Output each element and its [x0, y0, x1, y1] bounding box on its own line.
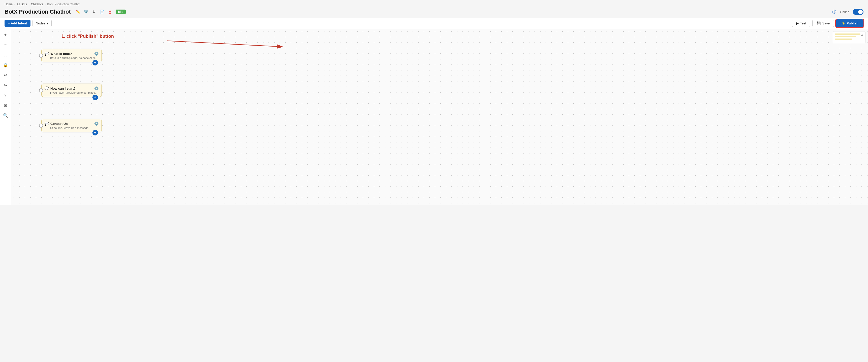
node3-left-connector[interactable] — [39, 124, 43, 128]
node3-add-button[interactable]: + — [92, 130, 98, 135]
test-button[interactable]: ▶ Test — [792, 20, 811, 27]
minimap-collapse-icon[interactable]: ∧ — [861, 33, 863, 36]
breadcrumb: Home › All Bots › Chatbots › BotX Produc… — [0, 0, 868, 7]
save-button[interactable]: 💾 Save — [812, 20, 834, 27]
toolbar: + Add Intent Nodes ▾ ▶ Test 💾 Save ✨ Pub… — [0, 18, 868, 29]
node1-description: BotX is a cutting-edge, no-code AI pl... — [44, 56, 98, 59]
node3-header: 💬 Contact Us ⚙️ — [44, 122, 98, 126]
header-icons: ✏️ ⚙️ ↻ 📄 🗑 Idle — [75, 9, 126, 14]
online-toggle[interactable] — [853, 9, 864, 15]
chevron-down-icon: ▾ — [46, 22, 49, 25]
zoom-out-tool[interactable]: − — [2, 41, 9, 48]
fork-tool[interactable]: ⑂ — [2, 92, 9, 99]
toolbar-right: ▶ Test 💾 Save ✨ Publish — [792, 20, 864, 27]
status-badge: Idle — [116, 9, 126, 14]
chat-icon-3: 💬 — [44, 122, 49, 126]
instruction-text: 1. click "Publish" button — [61, 34, 114, 39]
document-icon[interactable]: 📄 — [99, 9, 105, 14]
flow-canvas[interactable]: 💬 What is botx? ⚙️ BotX is a cutting-edg… — [11, 29, 868, 205]
intent-node-3: 💬 Contact Us ⚙️ Of course, leave us a me… — [41, 119, 102, 132]
node2-add-button[interactable]: + — [92, 95, 98, 100]
page-header: BotX Production Chatbot ✏️ ⚙️ ↻ 📄 🗑 Idle… — [0, 7, 868, 18]
minimap-line-1 — [835, 33, 861, 35]
online-label: Online — [840, 10, 849, 14]
breadcrumb-chatbots[interactable]: Chatbots — [31, 2, 43, 6]
svg-line-1 — [167, 41, 283, 47]
left-toolbar: + − ⛶ 🔒 ↩ ↪ ⑂ ⊡ 🔍 — [0, 29, 11, 205]
annotation-svg — [11, 29, 868, 59]
header-right: ⓘ Online — [832, 9, 864, 15]
edit-icon[interactable]: ✏️ — [75, 9, 81, 14]
annotation-overlay: 1. click "Publish" button — [11, 29, 868, 205]
add-intent-button[interactable]: + Add Intent — [4, 20, 30, 27]
redo-tool[interactable]: ↪ — [2, 81, 9, 89]
nodes-label: Nodes — [36, 22, 45, 25]
mini-map: ∧ — [833, 31, 866, 43]
play-icon: ▶ — [796, 22, 799, 25]
canvas-wrapper: + − ⛶ 🔒 ↩ ↪ ⑂ ⊡ 🔍 💬 What is botx? ⚙️ Bot… — [0, 29, 868, 205]
wand-icon: ✨ — [841, 22, 845, 25]
node1-header: 💬 What is botx? ⚙️ — [44, 52, 98, 56]
node3-gear-icon[interactable]: ⚙️ — [94, 122, 98, 126]
search-tool[interactable]: 🔍 — [2, 112, 9, 119]
node3-description: Of course, leave us a message. — [44, 126, 98, 129]
undo-tool[interactable]: ↩ — [2, 71, 9, 78]
refresh-icon[interactable]: ↻ — [91, 9, 97, 14]
node2-gear-icon[interactable]: ⚙️ — [94, 86, 98, 90]
breadcrumb-all-bots[interactable]: All Bots — [17, 2, 27, 6]
zoom-in-tool[interactable]: + — [2, 31, 9, 38]
breadcrumb-current: BotX Production Chatbot — [47, 2, 80, 6]
node2-left-connector[interactable] — [39, 88, 43, 92]
intent-node-2: 💬 How can I start? ⚙️ If you haven't reg… — [41, 84, 102, 97]
chat-icon-1: 💬 — [44, 52, 49, 56]
page-title: BotX Production Chatbot — [4, 8, 71, 15]
node1-gear-icon[interactable]: ⚙️ — [94, 52, 98, 56]
intent-node-1: 💬 What is botx? ⚙️ BotX is a cutting-edg… — [41, 49, 102, 62]
crop-tool[interactable]: ⊡ — [2, 102, 9, 109]
lock-tool[interactable]: 🔒 — [2, 61, 9, 68]
info-icon[interactable]: ⓘ — [832, 9, 836, 14]
settings-icon[interactable]: ⚙️ — [83, 9, 89, 14]
save-icon: 💾 — [817, 22, 820, 25]
chat-icon-2: 💬 — [44, 86, 49, 90]
publish-button[interactable]: ✨ Publish — [836, 20, 864, 27]
node2-description: If you haven't registered to our platfo.… — [44, 91, 98, 94]
node1-left-connector[interactable] — [39, 54, 43, 58]
node2-header: 💬 How can I start? ⚙️ — [44, 86, 98, 90]
node1-title: What is botx? — [51, 52, 93, 56]
node1-add-button[interactable]: + — [92, 60, 98, 65]
minimap-line-3 — [835, 38, 852, 40]
nodes-dropdown-button[interactable]: Nodes ▾ — [32, 20, 52, 27]
fullscreen-tool[interactable]: ⛶ — [2, 52, 9, 58]
node3-title: Contact Us — [51, 122, 93, 126]
trash-icon[interactable]: 🗑 — [107, 9, 113, 14]
node2-title: How can I start? — [51, 87, 93, 90]
breadcrumb-home[interactable]: Home — [4, 2, 12, 6]
minimap-line-2 — [835, 36, 856, 37]
